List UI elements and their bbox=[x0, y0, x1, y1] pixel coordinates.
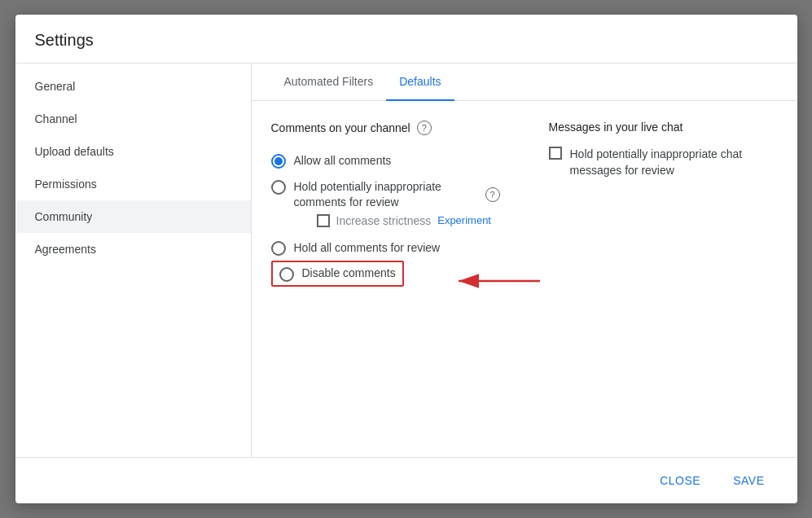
radio-hold-inappropriate-input[interactable] bbox=[271, 180, 286, 195]
column-left: Comments on your channel ? Allow all com… bbox=[271, 121, 500, 287]
live-chat-checkbox[interactable] bbox=[549, 147, 562, 160]
tab-content-defaults: Comments on your channel ? Allow all com… bbox=[252, 101, 797, 457]
sidebar: General Channel Upload defaults Permissi… bbox=[15, 64, 252, 457]
experiment-badge: Experiment bbox=[437, 214, 491, 226]
annotation-arrow bbox=[450, 261, 548, 301]
radio-hold-all[interactable]: Hold all comments for review bbox=[271, 235, 500, 261]
sub-option-strictness: Increase strictness Experiment bbox=[317, 211, 500, 230]
dialog-footer: CLOSE SAVE bbox=[15, 457, 797, 503]
strictness-label: Increase strictness bbox=[336, 214, 432, 227]
live-chat-checkbox-row[interactable]: Hold potentially inappropriate chat mess… bbox=[549, 147, 778, 178]
radio-hold-inappropriate-content: Hold potentially inappropriate comments … bbox=[294, 179, 500, 230]
settings-dialog: Settings General Channel Upload defaults… bbox=[15, 15, 797, 503]
radio-hold-all-input[interactable] bbox=[271, 241, 286, 256]
disable-comments-wrapper: Disable comments bbox=[271, 261, 404, 287]
live-chat-label: Hold potentially inappropriate chat mess… bbox=[570, 147, 778, 178]
column-right: Messages in your live chat Hold potentia… bbox=[549, 121, 778, 287]
sidebar-item-permissions[interactable]: Permissions bbox=[15, 168, 251, 200]
tab-defaults[interactable]: Defaults bbox=[386, 64, 454, 101]
dialog-header: Settings bbox=[15, 15, 797, 64]
radio-disable-comments-input[interactable] bbox=[279, 267, 294, 282]
sidebar-item-community[interactable]: Community bbox=[15, 200, 251, 233]
radio-hold-all-label: Hold all comments for review bbox=[294, 240, 441, 257]
radio-disable-comments[interactable]: Disable comments bbox=[271, 261, 404, 287]
sidebar-item-upload-defaults[interactable]: Upload defaults bbox=[15, 135, 251, 168]
radio-hold-inappropriate-label: Hold potentially inappropriate comments … bbox=[294, 179, 479, 211]
radio-allow-all-label: Allow all comments bbox=[294, 153, 392, 169]
live-chat-section-title: Messages in your live chat bbox=[549, 121, 778, 134]
dialog-title: Settings bbox=[35, 31, 778, 50]
radio-hold-inappropriate[interactable]: Hold potentially inappropriate comments … bbox=[271, 174, 500, 235]
tabs-bar: Automated Filters Defaults bbox=[252, 64, 797, 101]
content-area: Automated Filters Defaults Comments on y… bbox=[252, 64, 797, 457]
content-columns: Comments on your channel ? Allow all com… bbox=[271, 121, 778, 287]
sidebar-item-agreements[interactable]: Agreements bbox=[15, 233, 251, 266]
strictness-checkbox[interactable] bbox=[317, 214, 330, 227]
tab-automated-filters[interactable]: Automated Filters bbox=[271, 64, 387, 101]
radio-allow-all[interactable]: Allow all comments bbox=[271, 148, 500, 174]
hold-inappropriate-help-icon[interactable]: ? bbox=[485, 187, 500, 202]
close-button[interactable]: CLOSE bbox=[647, 468, 713, 494]
radio-hold-inappropriate-label-row: Hold potentially inappropriate comments … bbox=[294, 179, 500, 211]
save-button[interactable]: SAVE bbox=[720, 468, 777, 494]
comments-section-title: Comments on your channel ? bbox=[271, 121, 500, 135]
comments-help-icon[interactable]: ? bbox=[417, 121, 432, 135]
dialog-body: General Channel Upload defaults Permissi… bbox=[15, 64, 797, 457]
sidebar-item-channel[interactable]: Channel bbox=[15, 103, 251, 135]
radio-options-area: Allow all comments Hold potentially inap… bbox=[271, 148, 500, 287]
radio-allow-all-input[interactable] bbox=[271, 154, 286, 169]
sidebar-item-general[interactable]: General bbox=[15, 70, 251, 103]
radio-disable-comments-label: Disable comments bbox=[302, 266, 396, 282]
